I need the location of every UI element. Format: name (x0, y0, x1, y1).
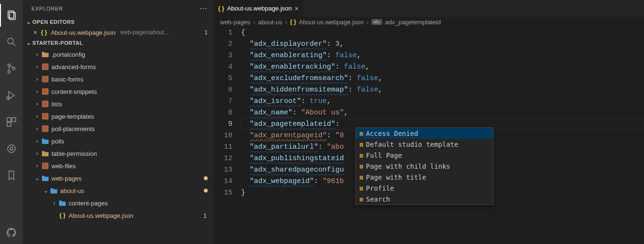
enum-icon: ▦ (360, 161, 363, 172)
abc-icon: abc (372, 19, 382, 25)
suggestion-item[interactable]: ▦Page with title (356, 172, 493, 183)
chevron-icon: › (33, 88, 41, 95)
power-platform-icon[interactable] (0, 137, 23, 160)
code-line[interactable]: "adx_excludefromsearch": false, (241, 73, 644, 84)
source-control-icon[interactable] (0, 57, 23, 80)
chevron-icon: › (33, 150, 41, 157)
json-icon: { } (41, 29, 47, 36)
svg-point-12 (10, 147, 13, 150)
tab-bar: { } About-us.webpage.json × (213, 0, 644, 17)
enum-icon: ▦ (360, 172, 363, 183)
svg-point-5 (8, 71, 10, 73)
suggestion-item[interactable]: ▦Page with child links (356, 161, 493, 172)
breadcrumb[interactable]: web-pages› about-us› { } About-us.webpag… (213, 17, 644, 27)
line-gutter: 123456789101112131415 (213, 27, 241, 244)
chevron-icon: › (33, 76, 41, 82)
chevron-icon: › (33, 51, 41, 58)
tree-item[interactable]: ⌄web-pages (23, 172, 213, 184)
search-icon[interactable] (0, 30, 23, 53)
svg-point-6 (13, 68, 15, 70)
open-editor-item[interactable]: × { } About-us.webpage.json web-pages\ab… (23, 27, 213, 38)
sidebar-title: EXPLORER (31, 6, 63, 11)
code-editor[interactable]: 123456789101112131415 ▦Access Denied▦Def… (213, 27, 644, 244)
tree-item[interactable]: { }About-us.webpage.json1 (23, 209, 213, 222)
file-tree: ›.portalconfig›advanced-forms›basic-form… (23, 48, 213, 244)
suggestion-item[interactable]: ▦Search (356, 193, 493, 204)
enum-icon: ▦ (360, 183, 363, 194)
close-icon[interactable]: × (295, 5, 299, 12)
folder-blue-icon (41, 175, 50, 182)
code-line[interactable]: "adx_name": "About us", (241, 107, 644, 119)
code-line[interactable]: "adx_enablerating": false, (241, 50, 644, 61)
folder-icon (41, 51, 50, 58)
tree-item[interactable]: ›web-files (23, 160, 213, 172)
svg-point-2 (8, 38, 13, 44)
tree-item[interactable]: ›advanced-forms (23, 61, 213, 73)
tree-item[interactable]: ›basic-forms (23, 73, 213, 85)
code-lines[interactable]: ▦Access Denied▦Default studio template▦F… (241, 27, 644, 244)
tree-item[interactable]: ›poll-placements (23, 122, 213, 135)
enum-icon: ▦ (360, 139, 363, 150)
brick-icon (41, 63, 50, 70)
tree-item[interactable]: ›content-snippets (23, 85, 213, 98)
chevron-icon: › (50, 200, 58, 206)
workspace-header[interactable]: ⌄ STARTER-PORTAL (23, 38, 213, 48)
tree-item[interactable]: ›polls (23, 135, 213, 147)
suggestion-item[interactable]: ▦Profile (356, 183, 493, 193)
json-icon: { } (218, 5, 224, 12)
chevron-icon: ⌄ (42, 187, 50, 194)
svg-point-7 (7, 97, 10, 100)
chevron-down-icon: ⌄ (25, 19, 32, 25)
brick-icon (41, 125, 50, 132)
code-line[interactable]: "adx_displayorder": 3, (241, 39, 644, 50)
open-editors-header[interactable]: ⌄ OPEN EDITORS (23, 17, 213, 27)
tree-item[interactable]: ›page-templates (23, 110, 213, 122)
code-line[interactable]: "adx_isroot": true, (241, 96, 644, 107)
tree-item[interactable]: ›content-pages (23, 197, 213, 209)
github-icon[interactable] (0, 221, 23, 244)
suggestion-item[interactable]: ▦Default studio template (356, 139, 493, 150)
tree-item[interactable]: ›lists (23, 98, 213, 110)
code-line[interactable]: "adx_hiddenfromsitemap": false, (241, 84, 644, 96)
chevron-icon: › (33, 113, 41, 120)
explorer-icon[interactable] (0, 4, 23, 27)
enum-icon: ▦ (360, 150, 363, 161)
modified-dot (204, 189, 208, 193)
svg-point-11 (8, 145, 15, 152)
run-debug-icon[interactable] (0, 84, 23, 107)
chevron-down-icon: ⌄ (25, 40, 32, 46)
enum-icon: ▦ (360, 193, 363, 205)
close-icon[interactable]: × (31, 29, 39, 36)
brick-icon (41, 88, 50, 95)
brick-icon (41, 76, 50, 82)
json-icon: { } (58, 212, 67, 219)
sidebar: EXPLORER ⋯ ⌄ OPEN EDITORS × { } About-us… (23, 0, 213, 244)
tree-item[interactable]: ⌄about-us (23, 184, 213, 197)
tree-item[interactable]: ›.portalconfig (23, 48, 213, 61)
code-line[interactable]: "adx_enabletracking": false, (241, 61, 644, 73)
editor-area: { } About-us.webpage.json × web-pages› a… (213, 0, 644, 244)
svg-rect-9 (12, 118, 16, 122)
code-line[interactable]: { (241, 27, 644, 39)
svg-line-3 (13, 43, 15, 46)
tab-about-us[interactable]: { } About-us.webpage.json × (213, 0, 304, 17)
brick-icon (41, 101, 50, 107)
problems-count: 1 (203, 212, 207, 219)
tree-item[interactable]: ›table-permission (23, 147, 213, 160)
sidebar-title-row: EXPLORER ⋯ (23, 0, 213, 17)
suggestion-item[interactable]: ▦Full Page (356, 150, 493, 161)
extensions-icon[interactable] (0, 111, 23, 133)
svg-rect-8 (7, 118, 11, 122)
folder-icon (41, 150, 50, 157)
brick-icon (41, 113, 50, 120)
chevron-icon: › (33, 163, 41, 169)
chevron-icon: ⌄ (33, 175, 41, 182)
intellisense-popup[interactable]: ▦Access Denied▦Default studio template▦F… (355, 127, 493, 205)
suggestion-item[interactable]: ▦Access Denied (356, 128, 493, 139)
bookmarks-icon[interactable] (0, 164, 23, 187)
folder-blue-icon (41, 138, 50, 144)
chevron-icon: › (33, 125, 41, 132)
folder-blue-icon (58, 200, 67, 206)
chevron-icon: › (33, 63, 41, 70)
more-icon[interactable]: ⋯ (200, 4, 208, 13)
